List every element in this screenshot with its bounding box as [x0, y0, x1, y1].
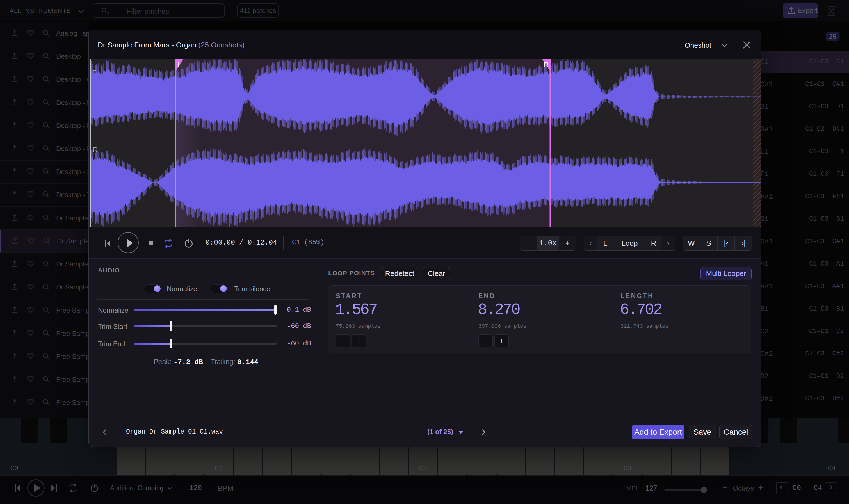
svg-text:R: R: [544, 61, 548, 69]
svg-text:R: R: [93, 146, 98, 154]
svg-text:L: L: [92, 64, 96, 73]
svg-text:L: L: [178, 61, 182, 69]
